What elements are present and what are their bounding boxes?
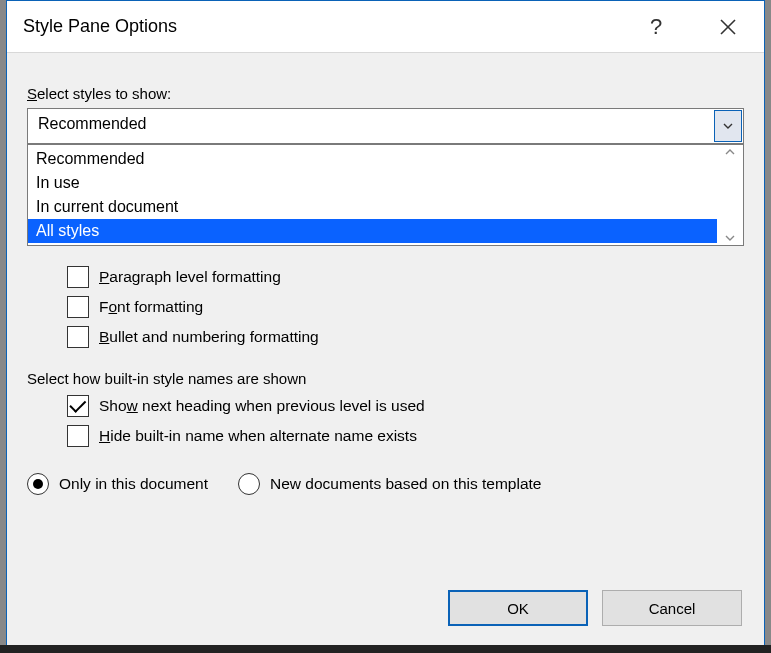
dialog-body: Select styles to show: Recommended Recom… (7, 53, 764, 572)
cancel-button[interactable]: Cancel (602, 590, 742, 626)
scroll-up-icon (725, 149, 735, 155)
styles-combo-wrap: Recommended Recommended In use In curren… (27, 108, 744, 144)
show-next-heading-row[interactable]: Show next heading when previous level is… (67, 395, 744, 417)
styles-dropdown: Recommended In use In current document A… (27, 144, 744, 246)
close-button[interactable] (692, 1, 764, 53)
show-next-heading-checkbox[interactable] (67, 395, 89, 417)
new-documents-row[interactable]: New documents based on this template (238, 473, 541, 495)
font-formatting-checkbox[interactable] (67, 296, 89, 318)
bullet-formatting-label: Bullet and numbering formatting (99, 328, 319, 346)
hide-builtin-row[interactable]: Hide built-in name when alternate name e… (67, 425, 744, 447)
close-icon (719, 18, 737, 36)
show-next-heading-label: Show next heading when previous level is… (99, 397, 425, 415)
dropdown-item-in-current-document[interactable]: In current document (28, 195, 717, 219)
builtin-names-label: Select how built-in style names are show… (27, 370, 744, 387)
scroll-down-icon (725, 235, 735, 241)
font-formatting-row[interactable]: Font formatting (67, 296, 744, 318)
paragraph-formatting-checkbox[interactable] (67, 266, 89, 288)
new-documents-label: New documents based on this template (270, 475, 541, 493)
help-icon: ? (650, 14, 662, 40)
dropdown-item-recommended[interactable]: Recommended (28, 147, 717, 171)
help-button[interactable]: ? (620, 1, 692, 53)
styles-combo-value: Recommended (28, 109, 713, 143)
bullet-formatting-checkbox[interactable] (67, 326, 89, 348)
ok-button[interactable]: OK (448, 590, 588, 626)
only-this-document-radio[interactable] (27, 473, 49, 495)
styles-combo[interactable]: Recommended (27, 108, 744, 144)
builtin-checks-group: Show next heading when previous level is… (67, 395, 744, 447)
new-documents-radio[interactable] (238, 473, 260, 495)
dialog-footer: OK Cancel (7, 572, 764, 646)
styles-combo-button[interactable] (714, 110, 742, 142)
bullet-formatting-row[interactable]: Bullet and numbering formatting (67, 326, 744, 348)
style-pane-options-dialog: Style Pane Options ? Select styles to sh… (6, 0, 765, 647)
hide-builtin-label: Hide built-in name when alternate name e… (99, 427, 417, 445)
background-strip (0, 645, 771, 653)
font-formatting-label: Font formatting (99, 298, 203, 316)
only-this-document-label: Only in this document (59, 475, 208, 493)
formatting-checks-group: Paragraph level formatting Font formatti… (67, 266, 744, 348)
dropdown-item-in-use[interactable]: In use (28, 171, 717, 195)
dropdown-scrollbar[interactable] (717, 145, 743, 245)
chevron-down-icon (723, 123, 733, 129)
only-this-document-row[interactable]: Only in this document (27, 473, 208, 495)
select-styles-label: Select styles to show: (27, 85, 744, 102)
titlebar: Style Pane Options ? (7, 1, 764, 53)
dropdown-item-all-styles[interactable]: All styles (28, 219, 717, 243)
paragraph-formatting-row[interactable]: Paragraph level formatting (67, 266, 744, 288)
scope-radio-group: Only in this document New documents base… (27, 465, 744, 503)
paragraph-formatting-label: Paragraph level formatting (99, 268, 281, 286)
styles-dropdown-list: Recommended In use In current document A… (28, 145, 717, 245)
dialog-title: Style Pane Options (23, 16, 620, 37)
hide-builtin-checkbox[interactable] (67, 425, 89, 447)
